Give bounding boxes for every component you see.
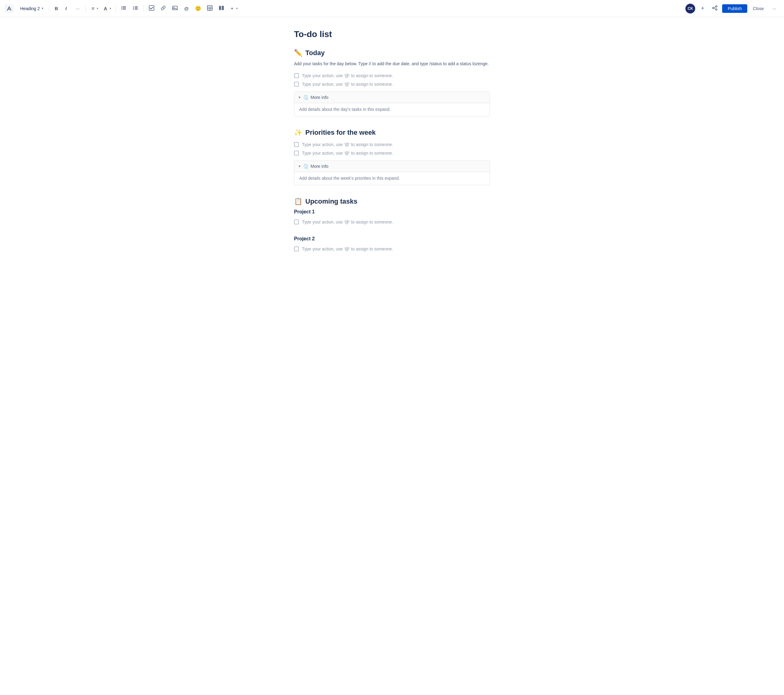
more-text-icon: ···: [76, 6, 80, 11]
task-item: Type your action, use '@' to assign to s…: [294, 140, 490, 149]
expand-body-priorities: Add details about the week's priorities …: [294, 172, 490, 185]
mention-icon: @: [184, 6, 189, 11]
svg-line-27: [714, 8, 716, 9]
columns-button[interactable]: [216, 4, 226, 13]
expand-body-text: Add details about the day's tasks in thi…: [299, 107, 390, 112]
section-priorities: ✨ Priorities for the week Type your acti…: [294, 128, 490, 185]
expand-info-icon: 🗒️: [303, 95, 308, 100]
emoji-button[interactable]: 🙂: [193, 4, 203, 13]
toolbar: Heading 2 ▾ B I ··· ≡ ▾ A ▾ 1.2.3.: [0, 0, 784, 17]
avatar[interactable]: CK: [685, 4, 695, 13]
task-checkbox[interactable]: [294, 73, 299, 78]
columns-icon: [219, 5, 224, 12]
more-options-button[interactable]: ···: [769, 4, 779, 13]
insert-chevron: ▾: [235, 5, 239, 12]
task-checkbox[interactable]: [294, 219, 299, 224]
heading-selector[interactable]: Heading 2 ▾: [18, 5, 46, 12]
task-checkbox[interactable]: [294, 247, 299, 251]
align-button[interactable]: ≡ ▾: [89, 4, 99, 13]
expand-body-today: Add details about the day's tasks in thi…: [294, 103, 490, 116]
expand-block-today: ▾ 🗒️ More info Add details about the day…: [294, 92, 490, 116]
bullet-list-button[interactable]: [119, 4, 128, 13]
task-item: Type your action, use '@' to assign to s…: [294, 71, 490, 80]
subsection-project1: Project 1 Type your action, use '@' to a…: [294, 209, 490, 226]
svg-rect-16: [208, 5, 212, 10]
svg-rect-8: [135, 7, 138, 7]
priorities-heading-text: Priorities for the week: [305, 128, 376, 137]
task-item: Type your action, use '@' to assign to s…: [294, 245, 490, 253]
logo-icon[interactable]: [5, 4, 13, 13]
section-priorities-heading: ✨ Priorities for the week: [294, 128, 490, 137]
svg-rect-22: [222, 6, 224, 10]
priorities-emoji: ✨: [294, 128, 302, 137]
bold-button[interactable]: B: [53, 4, 59, 13]
align-chevron: ▾: [96, 5, 99, 12]
upcoming-emoji: 📋: [294, 198, 302, 206]
italic-button[interactable]: I: [61, 4, 71, 13]
task-list-button[interactable]: [147, 4, 156, 13]
ordered-list-button[interactable]: 1.2.3.: [130, 4, 140, 13]
task-label[interactable]: Type your action, use '@' to assign to s…: [302, 247, 393, 251]
task-checkbox[interactable]: [294, 82, 299, 87]
expand-chevron-icon: ▾: [298, 95, 300, 99]
svg-rect-10: [135, 8, 138, 8]
link-icon: [160, 5, 166, 12]
publish-button[interactable]: Publish: [722, 4, 747, 13]
task-label[interactable]: Type your action, use '@' to assign to s…: [302, 73, 393, 78]
project1-heading: Project 1: [294, 209, 490, 215]
insert-button[interactable]: + ▾: [228, 4, 239, 13]
table-button[interactable]: [205, 4, 215, 13]
align-icon: ≡: [89, 4, 96, 13]
task-item: Type your action, use '@' to assign to s…: [294, 218, 490, 226]
svg-rect-6: [123, 9, 126, 10]
task-checkbox[interactable]: [294, 151, 299, 156]
section-today: ✏️ Today Add your tasks for the day belo…: [294, 49, 490, 116]
task-checkbox[interactable]: [294, 142, 299, 147]
share-button[interactable]: [710, 4, 720, 13]
expand-header-today[interactable]: ▾ 🗒️ More info: [294, 92, 490, 103]
task-label[interactable]: Type your action, use '@' to assign to s…: [302, 151, 393, 156]
divider-3: [115, 5, 116, 12]
today-emoji: ✏️: [294, 49, 302, 57]
today-heading-text: Today: [305, 49, 324, 57]
expand-info-icon: 🗒️: [303, 164, 308, 169]
link-button[interactable]: [158, 4, 168, 13]
share-icon: [712, 5, 718, 12]
bold-icon: B: [53, 4, 59, 13]
plus-icon: +: [701, 5, 704, 12]
task-item: Type your action, use '@' to assign to s…: [294, 149, 490, 157]
more-options-icon: ···: [772, 6, 776, 11]
task-label[interactable]: Type your action, use '@' to assign to s…: [302, 82, 393, 87]
svg-rect-12: [135, 9, 138, 10]
insert-icon: +: [228, 4, 235, 13]
image-icon: [172, 5, 178, 12]
image-button[interactable]: [170, 4, 180, 13]
heading-selector-label: Heading 2: [20, 6, 40, 11]
upcoming-heading-text: Upcoming tasks: [305, 198, 357, 206]
task-label[interactable]: Type your action, use '@' to assign to s…: [302, 219, 393, 224]
more-text-button[interactable]: ···: [73, 4, 83, 13]
close-button[interactable]: Close: [750, 4, 767, 13]
project2-heading: Project 2: [294, 236, 490, 242]
color-icon: A: [101, 4, 109, 13]
expand-header-priorities[interactable]: ▾ 🗒️ More info: [294, 161, 490, 172]
expand-block-priorities: ▾ 🗒️ More info Add details about the wee…: [294, 160, 490, 185]
expand-label: More info: [311, 95, 328, 100]
task-list-icon: [149, 5, 154, 12]
mention-button[interactable]: @: [181, 4, 191, 13]
section-today-heading: ✏️ Today: [294, 49, 490, 57]
task-label[interactable]: Type your action, use '@' to assign to s…: [302, 142, 393, 147]
svg-rect-0: [5, 4, 13, 13]
svg-rect-21: [219, 6, 221, 10]
section-upcoming: 📋 Upcoming tasks Project 1 Type your act…: [294, 198, 490, 253]
color-button[interactable]: A ▾: [101, 4, 112, 13]
page-title[interactable]: To-do list: [294, 30, 490, 39]
section-upcoming-heading: 📋 Upcoming tasks: [294, 198, 490, 206]
today-description: Add your tasks for the day below. Type /…: [294, 61, 490, 67]
add-collaborator-button[interactable]: +: [698, 4, 707, 13]
expand-body-text: Add details about the week's priorities …: [299, 176, 400, 181]
editor-content: To-do list ✏️ Today Add your tasks for t…: [276, 17, 508, 290]
svg-rect-2: [123, 7, 126, 7]
svg-text:3.: 3.: [133, 8, 135, 10]
svg-point-25: [716, 8, 717, 10]
